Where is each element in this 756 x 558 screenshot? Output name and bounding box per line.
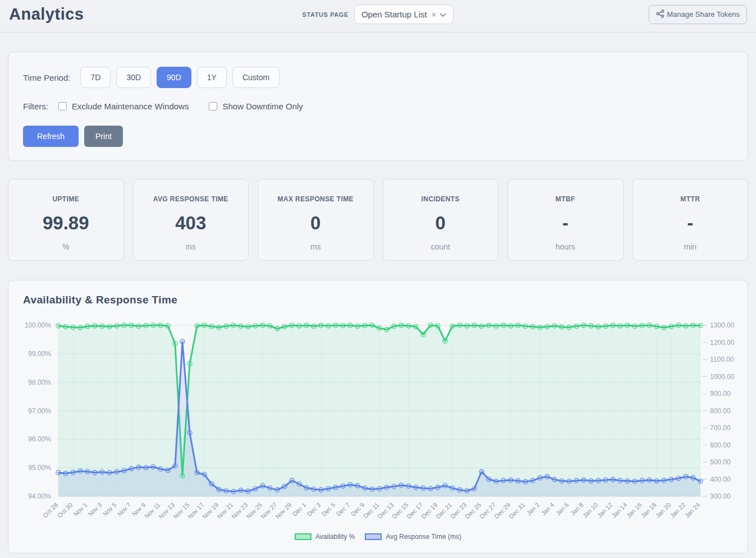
- filter-checkbox-group: Exclude Maintenance WindowsShow Downtime…: [58, 102, 323, 111]
- svg-text:Jan 10: Jan 10: [581, 501, 599, 519]
- refresh-button[interactable]: Refresh: [23, 126, 79, 147]
- legend-label: Avg Response Time (ms): [386, 533, 461, 541]
- svg-text:Nov 5: Nov 5: [102, 501, 118, 518]
- stat-card-mtbf: MTBF-hours: [507, 179, 624, 261]
- manage-share-tokens-button[interactable]: Manage Share Tokens: [649, 5, 747, 24]
- svg-text:1300.00: 1300.00: [710, 321, 735, 329]
- chevron-down-icon: [439, 10, 446, 19]
- filter-checkbox-1[interactable]: Show Downtime Only: [209, 102, 303, 111]
- svg-text:Nov 29: Nov 29: [274, 501, 292, 520]
- svg-text:Nov 1: Nov 1: [72, 501, 89, 518]
- svg-text:Jan 24: Jan 24: [684, 501, 702, 519]
- page-title: Analytics: [9, 5, 84, 23]
- svg-text:Jan 16: Jan 16: [625, 501, 643, 519]
- svg-text:Dec 31: Dec 31: [507, 501, 526, 520]
- svg-text:600.00: 600.00: [710, 441, 731, 449]
- svg-text:Dec 1: Dec 1: [291, 501, 308, 518]
- legend-item-availability[interactable]: Availability %: [295, 533, 355, 541]
- time-period-label: Time Period:: [23, 73, 70, 82]
- svg-text:94.00%: 94.00%: [28, 492, 51, 500]
- svg-text:Jan 20: Jan 20: [654, 501, 672, 519]
- period-button-30d[interactable]: 30D: [116, 67, 151, 88]
- svg-text:1200.00: 1200.00: [710, 339, 735, 347]
- period-button-7d[interactable]: 7D: [80, 67, 111, 88]
- legend-swatch-icon: [365, 533, 382, 540]
- stat-unit: min: [638, 242, 744, 251]
- checkbox-icon[interactable]: [209, 102, 217, 110]
- svg-text:Oct 28: Oct 28: [42, 501, 59, 519]
- stat-label: INCIDENTS: [388, 195, 494, 203]
- period-button-90d[interactable]: 90D: [157, 67, 191, 88]
- svg-text:100.00%: 100.00%: [25, 321, 52, 329]
- checkbox-label: Show Downtime Only: [222, 102, 303, 111]
- svg-text:Jan 12: Jan 12: [596, 501, 614, 519]
- svg-text:Dec 7: Dec 7: [335, 501, 351, 518]
- svg-text:Dec 5: Dec 5: [320, 501, 337, 518]
- manage-share-tokens-label: Manage Share Tokens: [667, 10, 740, 19]
- checkbox-label: Exclude Maintenance Windows: [72, 102, 189, 111]
- stat-value: 0: [388, 213, 494, 234]
- stat-unit: ms: [263, 242, 369, 251]
- stat-unit: ms: [138, 242, 244, 251]
- checkbox-icon[interactable]: [58, 102, 67, 110]
- stat-value: 0: [263, 213, 369, 234]
- stat-label: MTBF: [512, 195, 618, 203]
- stat-card-uptime: UPTIME99.89%: [8, 179, 124, 261]
- stats-row: UPTIME99.89%AVG RESPONSE TIME403msMAX RE…: [8, 179, 748, 261]
- stat-card-max-response-time: MAX RESPONSE TIME0ms: [258, 179, 374, 261]
- svg-text:Oct 30: Oct 30: [56, 501, 74, 519]
- svg-text:Jan 4: Jan 4: [540, 501, 556, 517]
- svg-text:Jan 22: Jan 22: [669, 501, 687, 519]
- stat-value: 99.89: [13, 213, 119, 234]
- filters-label: Filters:: [23, 102, 48, 111]
- time-period-button-group: 7D30D90D1YCustom: [80, 67, 280, 88]
- stat-value: -: [638, 213, 744, 234]
- svg-text:Jan 2: Jan 2: [525, 501, 541, 517]
- svg-text:900.00: 900.00: [710, 390, 731, 398]
- svg-text:700.00: 700.00: [710, 424, 731, 432]
- filters-panel: Time Period: 7D30D90D1YCustom Filters: E…: [8, 52, 748, 161]
- svg-text:800.00: 800.00: [710, 407, 731, 415]
- legend-label: Availability %: [315, 533, 355, 541]
- svg-text:Nov 3: Nov 3: [87, 501, 103, 518]
- svg-text:Jan 6: Jan 6: [555, 501, 570, 517]
- svg-text:500.00: 500.00: [710, 458, 731, 466]
- svg-text:Dec 3: Dec 3: [306, 501, 322, 518]
- status-page-label: STATUS PAGE: [303, 11, 349, 18]
- status-page-select[interactable]: Open Startup List ×: [354, 4, 454, 24]
- stat-card-incidents: INCIDENTS0count: [383, 179, 499, 261]
- chart-legend: Availability %Avg Response Time (ms): [8, 533, 748, 541]
- legend-item-response-time[interactable]: Avg Response Time (ms): [365, 533, 461, 541]
- stat-unit: count: [388, 242, 494, 251]
- svg-text:97.00%: 97.00%: [28, 407, 51, 415]
- svg-text:Nov 7: Nov 7: [116, 501, 132, 518]
- svg-text:Jan 14: Jan 14: [611, 501, 629, 519]
- stat-value: 403: [138, 213, 244, 234]
- stat-value: -: [512, 213, 618, 234]
- print-button[interactable]: Print: [84, 126, 123, 147]
- svg-text:95.00%: 95.00%: [28, 464, 51, 472]
- stat-label: UPTIME: [13, 195, 119, 203]
- header: Analytics STATUS PAGE Open Startup List …: [0, 0, 756, 33]
- availability-chart-svg: 100.00%99.00%98.00%97.00%96.00%95.00%94.…: [8, 280, 748, 527]
- svg-text:Jan 18: Jan 18: [640, 501, 658, 519]
- availability-chart-panel: Availability & Response Time 100.00%99.0…: [8, 280, 748, 554]
- clear-selection-icon[interactable]: ×: [432, 10, 437, 19]
- stat-label: MTTR: [638, 195, 744, 203]
- period-button-1y[interactable]: 1Y: [197, 67, 227, 88]
- share-icon: [656, 10, 665, 20]
- stat-label: AVG RESPONSE TIME: [138, 195, 244, 203]
- stat-card-mttr: MTTR-min: [633, 179, 749, 261]
- svg-text:1000.00: 1000.00: [710, 373, 735, 381]
- svg-text:96.00%: 96.00%: [28, 435, 51, 443]
- svg-text:400.00: 400.00: [710, 476, 731, 483]
- filter-checkbox-0[interactable]: Exclude Maintenance Windows: [58, 102, 189, 111]
- svg-text:98.00%: 98.00%: [28, 379, 51, 386]
- svg-text:1100.00: 1100.00: [710, 356, 734, 363]
- stat-unit: hours: [512, 242, 618, 251]
- period-button-custom[interactable]: Custom: [232, 67, 280, 88]
- legend-swatch-icon: [295, 533, 311, 540]
- status-page-selected-value: Open Startup List: [361, 10, 427, 19]
- stat-card-avg-response-time: AVG RESPONSE TIME403ms: [133, 179, 249, 261]
- svg-text:99.00%: 99.00%: [28, 350, 51, 358]
